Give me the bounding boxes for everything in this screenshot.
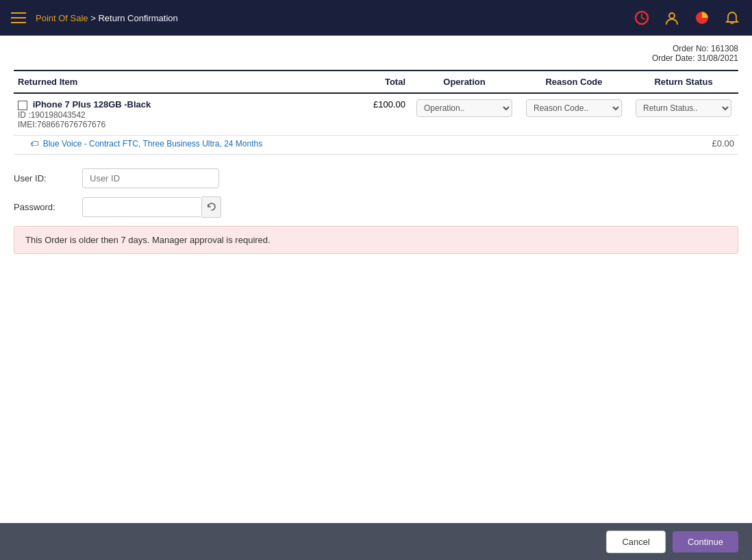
reason-code-dropdown[interactable]: Reason Code.. Faulty Unwanted Wrong Item [526, 99, 622, 117]
col-returned-item: Returned Item [14, 71, 341, 93]
item-checkbox[interactable] [18, 101, 27, 110]
tag-total: £0.00 [410, 135, 738, 154]
breadcrumb: Point Of Sale > Return Confirmation [36, 13, 178, 23]
password-input-group [82, 196, 221, 218]
password-row: Password: [14, 196, 738, 218]
approval-form: User ID: Password: This Order is older t… [14, 168, 738, 261]
item-details-cell: iPhone 7 Plus 128GB -Black ID :190198043… [14, 93, 341, 135]
operation-cell: Operation.. Return Exchange Repair [410, 93, 519, 135]
header-right [633, 9, 741, 27]
svg-point-3 [669, 13, 675, 18]
header: Point Of Sale > Return Confirmation [0, 0, 752, 36]
warning-message: This Order is older then 7 days. Manager… [25, 235, 271, 245]
breadcrumb-current: Return Confirmation [98, 13, 177, 23]
header-left: Point Of Sale > Return Confirmation [11, 12, 178, 23]
order-number: Order No: 161308 [14, 44, 738, 53]
tag-icon: 🏷 [30, 139, 38, 149]
order-info: Order No: 161308 Order Date: 31/08/2021 [14, 44, 738, 63]
footer: Cancel Continue [0, 523, 752, 560]
breadcrumb-pos-link[interactable]: Point Of Sale [36, 13, 88, 23]
order-date: Order Date: 31/08/2021 [14, 53, 738, 63]
svg-line-2 [642, 18, 644, 19]
return-status-cell: Return Status.. Pending Approved Rejecte… [629, 93, 738, 135]
item-total: £100.00 [341, 93, 410, 135]
col-operation: Operation [410, 71, 519, 93]
item-id: ID :190198043542 [18, 110, 337, 120]
reason-code-cell: Reason Code.. Faulty Unwanted Wrong Item [519, 93, 629, 135]
col-return-status: Return Status [629, 71, 738, 93]
pie-icon[interactable] [693, 9, 711, 27]
operation-dropdown[interactable]: Operation.. Return Exchange Repair [416, 99, 512, 117]
user-id-row: User ID: [14, 168, 738, 188]
return-status-dropdown[interactable]: Return Status.. Pending Approved Rejecte… [636, 99, 731, 117]
user-id-label: User ID: [14, 173, 82, 183]
user-icon[interactable] [663, 9, 681, 27]
hamburger-icon[interactable] [11, 12, 26, 23]
main-content: Order No: 161308 Order Date: 31/08/2021 … [0, 36, 752, 261]
password-label: Password: [14, 202, 82, 212]
warning-box: This Order is older then 7 days. Manager… [14, 226, 738, 254]
col-reason-code: Reason Code [519, 71, 629, 93]
breadcrumb-separator: > [90, 13, 98, 23]
tag-row: 🏷 Blue Voice - Contract FTC, Three Busin… [14, 135, 738, 154]
table-row: iPhone 7 Plus 128GB -Black ID :190198043… [14, 93, 738, 135]
return-table: Returned Item Total Operation Reason Cod… [14, 70, 738, 155]
user-id-input[interactable] [82, 168, 219, 188]
continue-button[interactable]: Continue [673, 531, 738, 552]
clock-icon[interactable] [633, 9, 651, 27]
tag-link[interactable]: Blue Voice - Contract FTC, Three Busines… [43, 139, 263, 149]
item-name-row: iPhone 7 Plus 128GB -Black [18, 99, 337, 110]
item-name: iPhone 7 Plus 128GB -Black [33, 99, 151, 110]
col-total: Total [341, 71, 410, 93]
password-refresh-button[interactable] [202, 196, 221, 218]
password-input[interactable] [82, 197, 202, 217]
cancel-button[interactable]: Cancel [606, 531, 665, 553]
item-imei: IMEI:768667676767676 [18, 120, 337, 129]
bell-icon[interactable] [723, 9, 741, 27]
